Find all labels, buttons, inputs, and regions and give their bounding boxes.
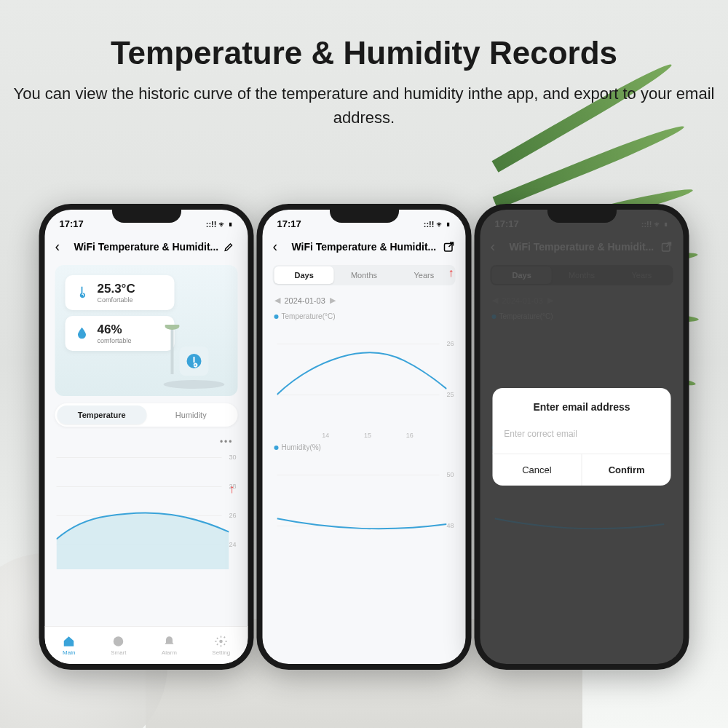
y-tick: 24	[229, 541, 236, 548]
cancel-button[interactable]: Cancel	[492, 454, 582, 486]
svg-rect-4	[171, 325, 174, 374]
nav-alarm[interactable]: Alarm	[162, 635, 177, 656]
callout-arrow-icon: ↑	[448, 266, 454, 280]
modal-title: Enter email address	[492, 388, 671, 429]
y-tick: 50	[446, 471, 454, 478]
humidity-history-chart[interactable]: 50 48	[269, 453, 460, 573]
y-tick: 48	[446, 522, 454, 529]
humidity-value: 46%	[98, 323, 132, 337]
export-icon[interactable]	[443, 240, 456, 253]
phone-export-modal: 17:17 ::!! ᯤ ▮ ‹ WiFi Temperature & Humi…	[475, 204, 689, 670]
temperature-section-label: Temperature(°C)	[263, 311, 466, 322]
thermometer-icon	[74, 285, 90, 301]
temperature-chart[interactable]: 30 28 26 24	[48, 450, 242, 574]
temperature-card[interactable]: 25.3°C Comfortable	[66, 275, 175, 310]
bottom-nav: Main Smart Alarm Setting	[45, 626, 248, 664]
email-modal-overlay: Enter email address Enter correct email …	[480, 210, 684, 664]
status-time: 17:17	[277, 218, 301, 229]
y-tick: 26	[446, 340, 454, 347]
email-field[interactable]: Enter correct email	[492, 429, 671, 454]
date-navigator[interactable]: ◀ 2024-01-03 ▶	[263, 290, 466, 311]
chevron-left-icon[interactable]: ◀	[274, 296, 280, 305]
back-icon[interactable]: ‹	[55, 238, 70, 255]
svg-point-1	[164, 380, 225, 389]
back-icon[interactable]: ‹	[273, 238, 288, 255]
temperature-value: 25.3°C	[98, 282, 135, 296]
svg-point-0	[81, 295, 82, 296]
app-title: WiFi Temperature & Humidit...	[70, 241, 223, 253]
svg-point-6	[114, 636, 124, 646]
humidity-section-label: Humidity(%)	[263, 442, 466, 453]
hero-card: 25.3°C Comfortable 46% comfortable	[55, 265, 238, 396]
page-subtitle: You can view the historic curve of the t…	[0, 82, 728, 130]
email-modal: Enter email address Enter correct email …	[492, 388, 671, 486]
phone-history-screen: 17:17 ::!! ᯤ ▮ ‹ WiFi Temperature & Humi…	[257, 204, 472, 670]
device-illustration	[158, 325, 231, 390]
droplet-icon	[74, 325, 90, 341]
app-title: WiFi Temperature & Humidit...	[288, 241, 443, 253]
range-years[interactable]: Years	[394, 266, 454, 284]
confirm-button[interactable]: Confirm	[582, 454, 671, 486]
tab-humidity[interactable]: Humidity	[146, 405, 236, 424]
range-months[interactable]: Months	[334, 266, 394, 284]
status-indicators: ::!! ᯤ ▮	[206, 220, 234, 229]
tab-temperature[interactable]: Temperature	[58, 405, 147, 424]
metric-segment: Temperature Humidity	[55, 403, 238, 427]
nav-main[interactable]: Main	[63, 635, 76, 656]
y-tick: 30	[229, 454, 236, 461]
x-tick: 15	[364, 432, 371, 439]
humidity-status: comfortable	[98, 337, 132, 344]
phone-main-screen: 17:17 ::!! ᯤ ▮ ‹ WiFi Temperature & Humi…	[39, 204, 254, 670]
svg-point-7	[220, 640, 223, 644]
status-time: 17:17	[60, 218, 84, 229]
more-icon[interactable]: •••	[45, 434, 248, 447]
x-tick: 14	[322, 432, 329, 439]
chevron-right-icon[interactable]: ▶	[330, 296, 336, 305]
range-segment: Days Months Years	[273, 265, 456, 285]
status-indicators: ::!! ᯤ ▮	[424, 220, 451, 229]
range-days[interactable]: Days	[274, 266, 334, 284]
y-tick: 28	[229, 483, 236, 490]
y-tick: 25	[446, 391, 454, 398]
nav-setting[interactable]: Setting	[212, 635, 230, 656]
page-title: Temperature & Humidity Records	[0, 35, 728, 71]
svg-point-5	[165, 325, 180, 330]
edit-icon[interactable]	[223, 241, 238, 253]
temperature-status: Comfortable	[98, 296, 135, 304]
nav-smart[interactable]: Smart	[111, 635, 126, 656]
y-tick: 26	[229, 512, 236, 519]
date-label: 2024-01-03	[285, 296, 325, 305]
temperature-history-chart[interactable]: 26 25 14 15 16	[269, 322, 460, 442]
x-tick: 16	[406, 432, 414, 439]
